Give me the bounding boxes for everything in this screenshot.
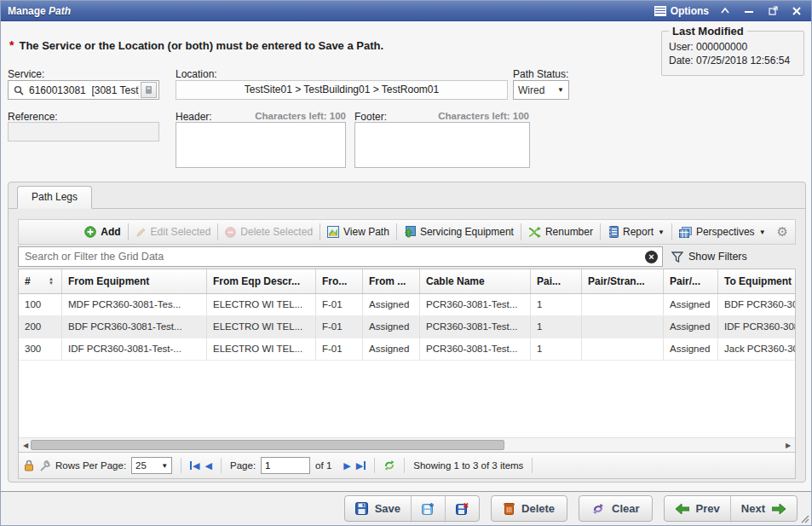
path-status-select[interactable]: Wired ▼ <box>513 80 569 100</box>
location-label: Location: <box>176 68 217 80</box>
last-modified-panel: Last Modified User: 000000000 Date: 07/2… <box>661 25 804 76</box>
service-input[interactable] <box>27 84 141 97</box>
next-page-button[interactable]: ▶ <box>343 460 350 471</box>
first-page-button[interactable]: ◀ <box>190 460 199 471</box>
header-textarea[interactable] <box>176 122 346 168</box>
path-legs-grid: # ▲▼ From Equipment From Eqp Descr... Fr… <box>18 269 796 479</box>
delete-selected-button[interactable]: Delete Selected <box>219 222 319 242</box>
reference-input[interactable] <box>8 122 159 142</box>
sort-icon[interactable]: ▲▼ <box>49 277 54 286</box>
save-button-group: Save <box>344 495 480 522</box>
add-button[interactable]: Add <box>78 222 126 242</box>
page-number-input[interactable] <box>261 457 310 474</box>
minimize-button[interactable] <box>745 8 757 14</box>
footer-label: Footer: <box>354 111 387 123</box>
minimize-icon <box>745 8 753 14</box>
collapse-button[interactable] <box>721 8 733 14</box>
refresh-icon[interactable] <box>383 460 395 471</box>
perspectives-icon <box>679 227 692 238</box>
close-icon <box>792 7 801 15</box>
prev-next-button-group: Prev Next <box>664 495 798 522</box>
table-row[interactable]: 100 MDF PCR360-3081-Tes... ELECTRO WI TE… <box>19 294 796 316</box>
save-and-close-button[interactable] <box>445 496 479 521</box>
servicing-equipment-button[interactable]: Servicing Equipment <box>398 222 520 242</box>
column-header-pair[interactable]: Pair/... <box>664 269 718 293</box>
title-bar: Manage Path Options <box>1 1 811 21</box>
wrench-icon[interactable] <box>39 460 50 471</box>
grid-search-box: × <box>18 246 663 267</box>
rows-per-page-select[interactable]: 25 ▼ <box>131 457 172 474</box>
service-lookup-icon <box>145 85 153 95</box>
horizontal-scrollbar[interactable]: ◀ ▶ <box>19 437 795 452</box>
dialog-title: Manage Path <box>8 5 71 17</box>
close-button[interactable] <box>792 7 804 15</box>
column-header-to-equipment[interactable]: To Equipment <box>718 269 796 293</box>
search-icon <box>14 85 24 95</box>
report-button[interactable]: Report ▼ <box>602 222 671 242</box>
show-filters-button[interactable]: Show Filters <box>671 251 747 263</box>
location-field[interactable]: TestSite01 > TestBuilding01 > TestRoom01 <box>176 80 508 100</box>
grid-header-row: # ▲▼ From Equipment From Eqp Descr... Fr… <box>19 269 796 294</box>
next-arrow-icon <box>772 503 786 515</box>
scroll-left-icon[interactable]: ◀ <box>20 442 31 449</box>
service-lookup-button[interactable] <box>141 82 157 98</box>
delete-button[interactable]: Delete <box>491 495 567 522</box>
tab-strip: Path Legs <box>9 182 805 209</box>
perspectives-button[interactable]: Perspectives ▼ <box>673 222 772 242</box>
service-field[interactable] <box>8 80 159 100</box>
column-header-cable-name[interactable]: Cable Name <box>420 269 531 293</box>
resize-grip[interactable] <box>799 513 809 523</box>
view-path-button[interactable]: View Path <box>321 222 395 242</box>
options-list-icon <box>654 6 666 16</box>
column-header-from-equipment[interactable]: From Equipment <box>62 269 207 293</box>
scroll-right-icon[interactable]: ▶ <box>783 442 793 449</box>
dialog-footer: Save Delete Clear Prev Next <box>1 491 811 525</box>
prev-page-button[interactable]: ◀ <box>205 460 212 471</box>
save-and-new-icon <box>422 502 435 515</box>
column-header-number[interactable]: # ▲▼ <box>19 269 62 293</box>
header-label: Header: <box>176 111 212 123</box>
column-header-from[interactable]: From ... <box>363 269 420 293</box>
prev-button[interactable]: Prev <box>665 496 730 521</box>
grid-pager: Rows Per Page: 25 ▼ ◀ ◀ Page: of 1 ▶ ▶ <box>19 452 795 478</box>
edit-selected-button[interactable]: Edit Selected <box>130 222 217 242</box>
validation-notice: *The Service or the Location (or both) m… <box>9 38 383 52</box>
clear-button[interactable]: Clear <box>579 495 653 522</box>
column-header-fro[interactable]: Fro... <box>316 269 363 293</box>
popout-button[interactable] <box>769 6 780 15</box>
header-chars-left: Characters left: 100 <box>218 111 346 121</box>
renumber-button[interactable]: Renumber <box>522 222 599 242</box>
view-path-icon <box>327 226 339 238</box>
clear-search-icon[interactable]: × <box>645 251 658 263</box>
table-row[interactable]: 300 IDF PCR360-3081-Test-... ELECTRO WI … <box>19 338 796 361</box>
footer-textarea[interactable] <box>354 122 530 168</box>
next-button[interactable]: Next <box>730 496 797 521</box>
renumber-icon <box>528 227 541 238</box>
save-and-new-button[interactable] <box>411 496 445 521</box>
perspectives-dropdown-arrow-icon: ▼ <box>759 228 766 236</box>
column-header-from-eqp-descr[interactable]: From Eqp Descr... <box>207 269 316 293</box>
grid-settings-gear-icon[interactable]: ⚙ <box>777 224 788 240</box>
filter-funnel-icon <box>671 251 683 263</box>
column-header-pair-stran[interactable]: Pair/Stran... <box>582 269 664 293</box>
options-button[interactable]: Options <box>654 5 709 17</box>
required-asterisk-icon: * <box>9 38 14 52</box>
grid-search-input[interactable] <box>23 250 645 263</box>
grid-body: 100 MDF PCR360-3081-Tes... ELECTRO WI TE… <box>19 294 795 437</box>
report-icon <box>608 226 619 238</box>
path-legs-panel: Path Legs Add Edit Selected Delete Selec… <box>8 182 806 483</box>
save-button[interactable]: Save <box>345 496 411 521</box>
popout-icon <box>769 6 778 15</box>
pager-summary: Showing 1 to 3 of 3 items <box>413 460 523 471</box>
lock-icon[interactable] <box>24 460 34 471</box>
pencil-icon <box>135 227 147 238</box>
servicing-equipment-icon <box>404 226 416 238</box>
last-page-button[interactable]: ▶ <box>356 460 366 471</box>
tab-path-legs[interactable]: Path Legs <box>17 186 92 209</box>
scrollbar-thumb[interactable] <box>31 440 504 450</box>
column-header-pai[interactable]: Pai... <box>531 269 582 293</box>
last-modified-legend: Last Modified <box>669 25 747 38</box>
table-row[interactable]: 200 BDF PCR360-3081-Test... ELECTRO WI T… <box>19 316 796 338</box>
grid-search-row: × Show Filters <box>18 246 796 267</box>
save-and-close-icon <box>456 502 469 515</box>
